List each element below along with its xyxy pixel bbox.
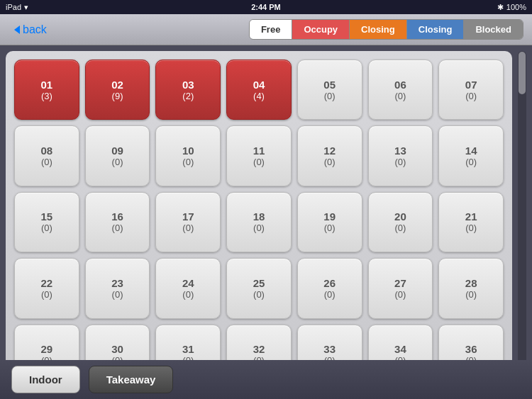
table-num-30: 30 [111, 343, 123, 355]
table-cell-23[interactable]: 23 (0) [85, 258, 150, 318]
table-cell-16[interactable]: 16 (0) [85, 192, 150, 252]
status-bar: iPad ▾ 2:44 PM ✱ 100% [0, 0, 532, 14]
table-cell-15[interactable]: 15 (0) [14, 192, 79, 252]
status-right: ✱ 100% [497, 3, 526, 12]
ipad-label: iPad [6, 3, 21, 11]
table-cell-06[interactable]: 06 (0) [368, 60, 433, 120]
nav-bar: back Free Occupy Closing Closing Blocked [0, 14, 532, 45]
table-count-12: (0) [324, 157, 336, 167]
table-cell-20[interactable]: 20 (0) [368, 192, 433, 252]
table-num-02: 02 [111, 79, 123, 91]
table-num-21: 21 [465, 210, 477, 223]
table-count-27: (0) [394, 289, 406, 300]
table-count-07: (0) [465, 91, 477, 101]
table-count-16: (0) [112, 223, 123, 233]
table-num-16: 16 [111, 210, 123, 223]
main-content: 01 (3) 02 (9) 03 (2) 04 (4) 05 (0) 06 (0… [0, 45, 532, 399]
table-count-26: (0) [324, 289, 336, 300]
table-cell-05[interactable]: 05 (0) [297, 60, 362, 120]
bottom-bar: Indoor Takeaway [0, 360, 532, 399]
table-cell-03[interactable]: 03 (2) [155, 60, 221, 120]
table-cell-07[interactable]: 07 (0) [438, 60, 504, 120]
table-cell-13[interactable]: 13 (0) [368, 125, 433, 186]
scrollbar-thumb [519, 52, 526, 94]
table-count-11: (0) [253, 157, 265, 167]
table-num-32: 32 [253, 343, 265, 355]
status-time: 2:44 PM [251, 3, 281, 11]
table-count-28: (0) [465, 289, 477, 300]
filter-closing-blue-button[interactable]: Closing [407, 20, 465, 39]
table-cell-24[interactable]: 24 (0) [155, 258, 221, 318]
table-count-21: (0) [465, 223, 477, 233]
table-cell-27[interactable]: 27 (0) [368, 258, 433, 318]
table-count-18: (0) [253, 223, 265, 233]
filter-closing-orange-button[interactable]: Closing [350, 20, 407, 39]
table-num-10: 10 [182, 145, 194, 157]
table-count-01: (3) [41, 91, 52, 101]
bluetooth-icon: ✱ [497, 3, 504, 12]
table-count-22: (0) [41, 289, 52, 300]
table-num-14: 14 [465, 145, 477, 157]
back-button[interactable]: back [9, 21, 52, 39]
table-count-24: (0) [182, 289, 194, 300]
table-cell-28[interactable]: 28 (0) [438, 258, 504, 318]
table-count-06: (0) [394, 91, 406, 101]
table-num-05: 05 [323, 79, 336, 91]
scrollbar-track[interactable] [518, 51, 526, 393]
table-cell-14[interactable]: 14 (0) [438, 125, 504, 186]
table-num-18: 18 [253, 210, 265, 223]
table-num-17: 17 [182, 210, 194, 223]
table-num-33: 33 [323, 343, 336, 355]
wifi-icon: ▾ [24, 3, 28, 12]
table-count-25: (0) [253, 289, 265, 300]
filter-occupy-button[interactable]: Occupy [292, 20, 350, 39]
table-num-07: 07 [465, 79, 477, 91]
table-cell-11[interactable]: 11 (0) [226, 125, 292, 186]
back-label: back [23, 23, 47, 36]
table-cell-12[interactable]: 12 (0) [297, 125, 362, 186]
table-num-28: 28 [465, 277, 477, 289]
table-cell-02[interactable]: 02 (9) [85, 60, 150, 120]
table-count-05: (0) [324, 91, 336, 101]
table-cell-26[interactable]: 26 (0) [297, 258, 362, 318]
table-num-06: 06 [394, 79, 406, 91]
table-count-02: (9) [112, 91, 123, 101]
table-num-12: 12 [323, 145, 336, 157]
table-cell-09[interactable]: 09 (0) [85, 125, 150, 186]
table-cell-19[interactable]: 19 (0) [297, 192, 362, 252]
status-left: iPad ▾ [6, 3, 28, 12]
table-num-15: 15 [41, 210, 53, 223]
table-grid: 01 (3) 02 (9) 03 (2) 04 (4) 05 (0) 06 (0… [14, 60, 504, 385]
table-cell-10[interactable]: 10 (0) [155, 125, 221, 186]
table-count-15: (0) [41, 223, 52, 233]
table-cell-17[interactable]: 17 (0) [155, 192, 221, 252]
filter-blocked-button[interactable]: Blocked [464, 20, 523, 39]
indoor-button[interactable]: Indoor [11, 366, 80, 393]
table-count-17: (0) [182, 223, 194, 233]
table-cell-01[interactable]: 01 (3) [14, 60, 79, 120]
table-cell-08[interactable]: 08 (0) [14, 125, 79, 186]
table-count-19: (0) [324, 223, 336, 233]
table-num-36: 36 [465, 343, 477, 355]
table-num-24: 24 [182, 277, 194, 289]
filter-free-button[interactable]: Free [250, 20, 292, 39]
table-cell-25[interactable]: 25 (0) [226, 258, 292, 318]
table-num-01: 01 [41, 79, 53, 91]
table-cell-22[interactable]: 22 (0) [14, 258, 79, 318]
table-num-23: 23 [111, 277, 123, 289]
table-count-13: (0) [394, 157, 406, 167]
table-count-09: (0) [112, 157, 123, 167]
table-num-31: 31 [182, 343, 194, 355]
table-num-34: 34 [394, 343, 406, 355]
table-num-11: 11 [253, 145, 265, 157]
table-count-03: (2) [182, 91, 194, 101]
table-num-27: 27 [394, 277, 406, 289]
takeaway-button[interactable]: Takeaway [89, 366, 174, 393]
table-count-08: (0) [41, 157, 52, 167]
table-num-04: 04 [253, 79, 265, 91]
table-cell-04[interactable]: 04 (4) [226, 60, 292, 120]
table-cell-21[interactable]: 21 (0) [438, 192, 504, 252]
table-num-03: 03 [182, 79, 194, 91]
table-cell-18[interactable]: 18 (0) [226, 192, 292, 252]
table-num-20: 20 [394, 210, 406, 223]
